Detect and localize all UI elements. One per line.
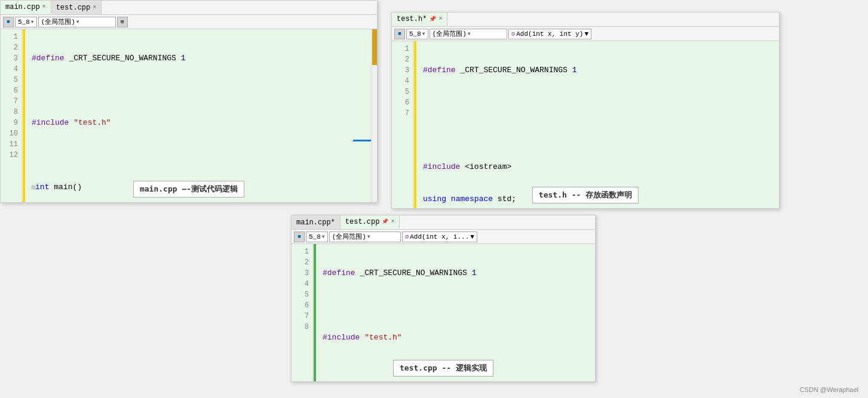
- panel3-func-dropdown[interactable]: ⚙ Add(int x, i... ▼: [402, 232, 477, 242]
- tab-test-h-close[interactable]: ×: [438, 16, 442, 22]
- panel2-toolbar: ■ 5_8 ▼ (全局范围) ▼ ⚙ Add(int x, int y) ▼: [392, 27, 779, 41]
- panel2-code-line-4: #include <iostream>: [423, 162, 777, 172]
- panel-test-h: test.h* 📌 × ■ 5_8 ▼ (全局范围) ▼ ⚙ Add(int x…: [391, 12, 780, 209]
- panel3-scope-icon[interactable]: ■: [294, 232, 305, 242]
- code-line-3: #include "test.h": [32, 118, 369, 128]
- tab-main-cpp-2-label: main.cpp*: [296, 218, 335, 227]
- code-line-4: [32, 150, 369, 161]
- panel2-context-dropdown[interactable]: (全局范围) ▼: [430, 29, 507, 39]
- panel1-scope-dropdown[interactable]: 5_8 ▼: [15, 17, 37, 27]
- panel1-split-icon[interactable]: ⊞: [117, 17, 128, 27]
- tab-test-h-pin[interactable]: 📌: [429, 16, 436, 23]
- panel1-context-label: (全局范围): [41, 17, 75, 26]
- panel1-cursor-indicator: [353, 140, 371, 141]
- tab-main-cpp-close[interactable]: ×: [42, 4, 46, 10]
- tab-test-h-label: test.h*: [397, 15, 427, 23]
- tab-test-cpp-2[interactable]: test.cpp 📌 ×: [341, 215, 400, 229]
- panel2-annotation: test.h -- 存放函数声明: [532, 187, 639, 203]
- panel2-func-icon: ⚙: [511, 30, 516, 38]
- tab-main-cpp-label: main.cpp: [5, 3, 40, 11]
- panel3-scope-arrow: ▼: [322, 234, 325, 239]
- panel1-context-arrow: ▼: [76, 19, 79, 24]
- panel2-line-numbers: 1234 567: [392, 41, 413, 208]
- panel1-context-dropdown[interactable]: (全局范围) ▼: [38, 17, 116, 27]
- panel-main-cpp: main.cpp × test.cpp × ■ 5_8 ▼ (全局范围) ▼ ⊞…: [0, 0, 378, 203]
- watermark: CSDN @Weraphael: [800, 386, 858, 393]
- panel3-scope-label: 5_8: [309, 233, 321, 240]
- panel2-body: 1234 567 #define _CRT_SECURE_NO_WARNINGS…: [392, 41, 779, 208]
- panel1-scrollbar[interactable]: [371, 29, 377, 202]
- panel1-line-numbers: 1234 5678 9101112: [1, 29, 22, 202]
- panel3-toolbar: ■ 5_8 ▼ (全局范围) ▼ ⚙ Add(int x, i... ▼: [292, 230, 595, 244]
- panel2-func-label: Add(int x, int y): [516, 30, 583, 38]
- panel3-code-line-1: #define _CRT_SECURE_NO_WARNINGS 1: [323, 268, 593, 279]
- tab-main-cpp[interactable]: main.cpp ×: [1, 1, 51, 14]
- tab-test-cpp-2-pin[interactable]: 📌: [382, 218, 388, 225]
- panel3-context-dropdown[interactable]: (全局范围) ▼: [329, 232, 401, 242]
- panel2-code-line-3: [423, 129, 777, 140]
- panel1-code[interactable]: #define _CRT_SECURE_NO_WARNINGS 1 #inclu…: [22, 29, 371, 202]
- panel3-func-label: Add(int x, i...: [410, 233, 469, 240]
- panel1-body: 1234 5678 9101112 #define _CRT_SECURE_NO…: [1, 29, 377, 202]
- panel1-scrollbar-thumb[interactable]: [372, 29, 377, 65]
- panel2-code-line-2: [423, 97, 777, 108]
- panel1-toolbar: ■ 5_8 ▼ (全局范围) ▼ ⊞: [1, 15, 377, 29]
- panel2-code[interactable]: #define _CRT_SECURE_NO_WARNINGS 1 #inclu…: [413, 41, 779, 208]
- panel2-scope-dropdown[interactable]: 5_8 ▼: [406, 29, 428, 39]
- panel2-context-label: (全局范围): [433, 29, 467, 38]
- panel3-func-icon: ⚙: [405, 233, 409, 240]
- panel2-func-dropdown[interactable]: ⚙ Add(int x, int y) ▼: [508, 29, 591, 39]
- panel3-context-arrow: ▼: [367, 234, 370, 239]
- tab-test-cpp-2-close[interactable]: ×: [391, 218, 394, 225]
- tab-main-cpp-2[interactable]: main.cpp*: [292, 215, 341, 229]
- tab-test-cpp-1-label: test.cpp: [56, 4, 91, 12]
- panel3-scope-dropdown[interactable]: 5_8 ▼: [306, 232, 328, 242]
- code-line-2: [32, 85, 369, 96]
- panel1-annotation: main.cpp —-测试代码逻辑: [133, 181, 244, 198]
- panel3-annotation: test.cpp -- 逻辑实现: [393, 360, 493, 377]
- panel3-code-line-3: #include "test.h": [323, 332, 593, 343]
- tab-test-h[interactable]: test.h* 📌 ×: [392, 13, 447, 26]
- panel3-green-bar: [314, 244, 316, 381]
- panel2-scope-label: 5_8: [409, 30, 421, 38]
- tab-test-cpp-2-label: test.cpp: [345, 218, 380, 226]
- tab-test-cpp-1[interactable]: test.cpp ×: [51, 1, 102, 14]
- panel2-context-arrow: ▼: [468, 31, 471, 36]
- panel3-line-numbers: 1234 5678: [292, 244, 313, 381]
- panel2-code-line-1: #define _CRT_SECURE_NO_WARNINGS 1: [423, 65, 777, 76]
- panel1-scope-label: 5_8: [18, 18, 30, 26]
- panel2-func-arrow: ▼: [584, 30, 588, 38]
- panel3-code-line-2: [323, 300, 593, 311]
- panel2-scope-arrow: ▼: [422, 31, 425, 36]
- panel2-yellow-bar: [414, 41, 416, 208]
- panel3-func-arrow: ▼: [470, 233, 474, 240]
- panel1-scope-icon[interactable]: ■: [3, 17, 14, 27]
- panel2-scope-icon[interactable]: ■: [394, 29, 405, 39]
- code-line-1: #define _CRT_SECURE_NO_WARNINGS 1: [32, 53, 369, 64]
- panel1-tabbar: main.cpp × test.cpp ×: [1, 1, 377, 15]
- panel1-scope-arrow: ▼: [31, 19, 34, 24]
- panel3-tabbar: main.cpp* test.cpp 📌 ×: [292, 215, 595, 230]
- panel-test-cpp: main.cpp* test.cpp 📌 × ■ 5_8 ▼ (全局范围) ▼ …: [291, 215, 596, 382]
- panel3-context-label: (全局范围): [332, 232, 366, 241]
- panel2-tabbar: test.h* 📌 ×: [392, 13, 779, 27]
- panel1-yellow-bar: [23, 29, 25, 202]
- tab-test-cpp-1-close[interactable]: ×: [93, 4, 96, 11]
- panel3-body: 1234 5678 #define _CRT_SECURE_NO_WARNING…: [292, 244, 595, 381]
